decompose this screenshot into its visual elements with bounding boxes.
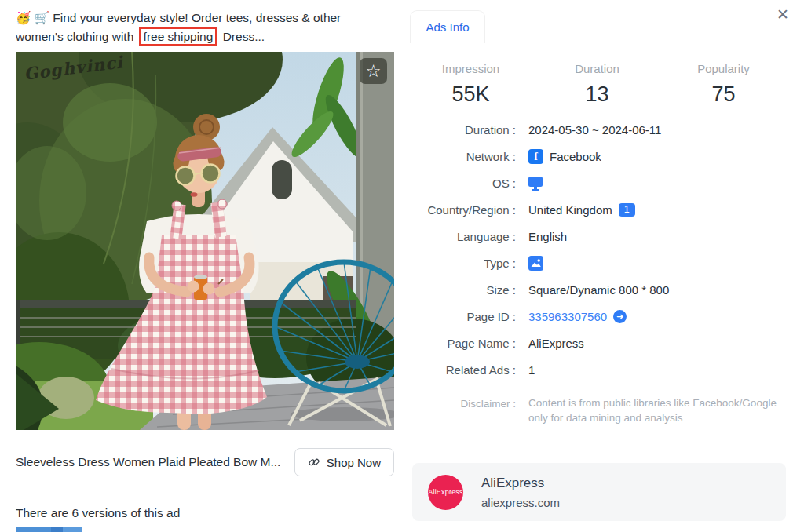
product-row: Sleeveless Dress Women Plaid Pleated Bow… (16, 448, 394, 476)
stat-label: Popularity (660, 62, 787, 75)
row-os: OS : (406, 175, 804, 191)
stat-value: 55K (407, 82, 534, 107)
ad-creative-image[interactable]: Goghvinci ☆ (16, 52, 394, 430)
star-icon: ☆ (366, 63, 382, 80)
highlighted-keyword: free shipping (139, 27, 218, 46)
country-name: United Kingdom (528, 202, 612, 218)
aliexpress-logo: AliExpress (428, 475, 463, 510)
advertiser-info: AliExpress aliexpress.com (481, 476, 560, 509)
shop-now-label: Shop Now (327, 456, 381, 469)
row-page-name: Page Name : AliExpress (406, 335, 804, 352)
row-language: Language : English (406, 228, 804, 245)
product-title: Sleeveless Dress Women Plaid Pleated Bow… (16, 455, 280, 469)
page-id-link[interactable]: 335963307560 (528, 308, 607, 325)
row-page-id: Page ID : 335963307560 ➜ (406, 308, 804, 325)
close-icon[interactable]: ✕ (774, 5, 791, 24)
ad-details-modal: 🥳 🛒 Find your everyday style! Order tees… (0, 0, 804, 532)
row-size: Size : Square/Dynamic 800 * 800 (406, 282, 804, 298)
row-disclaimer: Disclaimer : Content is from public libr… (406, 395, 804, 425)
stat-value: 13 (534, 82, 660, 107)
row-country: Country/Region : United Kingdom 1 (406, 202, 804, 218)
ad-photo-scene (16, 52, 394, 430)
favorite-star-button[interactable]: ☆ (360, 58, 387, 84)
desktop-os-icon (528, 177, 543, 187)
facebook-icon: f (528, 149, 543, 164)
stat-popularity: Popularity 75 (660, 62, 787, 107)
shop-now-button[interactable]: Shop Now (294, 448, 394, 476)
country-count-badge[interactable]: 1 (619, 203, 635, 217)
ad-preview-pane: 🥳 🛒 Find your everyday style! Order tees… (16, 0, 394, 532)
open-page-arrow-icon[interactable]: ➜ (613, 310, 627, 323)
stat-impression: Impression 55K (407, 62, 534, 107)
stat-duration: Duration 13 (534, 62, 660, 107)
stat-value: 75 (660, 82, 787, 107)
logo-text: AliExpress (428, 488, 463, 496)
version-thumbnail-edge[interactable] (16, 527, 82, 532)
row-related-ads: Related Ads : 1 (406, 362, 804, 378)
network-name: Facebook (550, 148, 601, 165)
stat-label: Impression (407, 62, 534, 75)
advertiser-name: AliExpress (481, 476, 560, 491)
tab-ads-info[interactable]: Ads Info (410, 10, 485, 43)
link-icon (308, 456, 320, 468)
stat-label: Duration (534, 62, 660, 75)
stats-row: Impression 55K Duration 13 Popularity 75 (406, 42, 804, 107)
ad-text-after: Dress... (223, 30, 265, 43)
row-type: Type : (406, 255, 804, 271)
row-network: Network : f Facebook (406, 148, 804, 165)
panel-tabbar: Ads Info ✕ (406, 0, 804, 42)
info-rows: Duration : 2024-05-30 ~ 2024-06-11 Netwo… (406, 122, 804, 425)
row-duration: Duration : 2024-05-30 ~ 2024-06-11 (406, 122, 804, 138)
advertiser-card[interactable]: AliExpress AliExpress aliexpress.com (412, 463, 786, 521)
versions-note: There are 6 versions of this ad (16, 506, 180, 520)
image-type-icon (528, 256, 543, 271)
advertiser-domain: aliexpress.com (481, 496, 560, 509)
ads-info-panel: Ads Info ✕ Impression 55K Duration 13 Po… (406, 0, 804, 532)
ad-text: 🥳 🛒 Find your everyday style! Order tees… (16, 9, 388, 46)
